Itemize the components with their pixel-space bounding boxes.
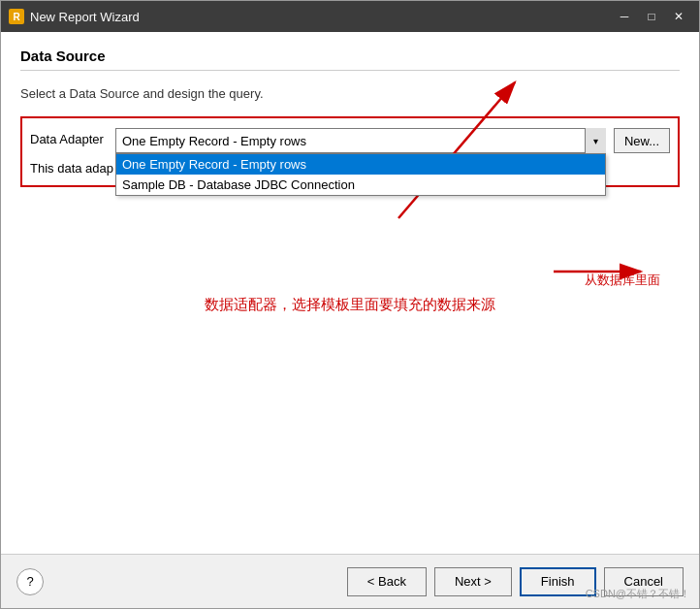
annotation-text: 数据适配器，选择模板里面要填充的数据来源 xyxy=(205,296,495,314)
svg-line-1 xyxy=(398,82,515,218)
watermark: CSDN@不错？不错！ xyxy=(586,587,690,601)
dropdown-item-sampledb[interactable]: Sample DB - Database JDBC Connection xyxy=(116,175,605,195)
db-label: 从数据库里面 xyxy=(585,272,660,289)
window-controls: ─ □ ✕ xyxy=(612,7,691,26)
adapter-dropdown[interactable]: One Empty Record - Empty rows Sample DB … xyxy=(115,153,606,196)
title-bar: R New Report Wizard ─ □ ✕ xyxy=(1,1,699,32)
maximize-button[interactable]: □ xyxy=(639,7,664,26)
wizard-window: R New Report Wizard ─ □ ✕ Data Source Se… xyxy=(0,0,700,609)
minimize-button[interactable]: ─ xyxy=(612,7,637,26)
close-button[interactable]: ✕ xyxy=(666,7,691,26)
next-button[interactable]: Next > xyxy=(434,567,512,596)
section-title: Data Source xyxy=(20,48,680,64)
dropdown-item-empty[interactable]: One Empty Record - Empty rows xyxy=(116,154,605,175)
adapter-row: Data Adapter One Empty Record - Empty ro… xyxy=(30,128,670,153)
section-subtitle: Select a Data Source and design the quer… xyxy=(20,86,680,101)
separator xyxy=(20,70,680,71)
back-button[interactable]: < Back xyxy=(347,567,427,596)
arrow-up-right-svg xyxy=(369,63,544,228)
annotation-area: 从数据库里面 数据适配器，选择模板里面要填充的数据来源 xyxy=(20,218,680,373)
adapter-label: Data Adapter xyxy=(30,128,108,146)
form-area: Data Adapter One Empty Record - Empty ro… xyxy=(20,116,680,187)
app-icon: R xyxy=(9,9,24,24)
new-button[interactable]: New... xyxy=(614,128,670,153)
help-button[interactable]: ? xyxy=(16,568,44,595)
window-title: New Report Wizard xyxy=(30,10,606,24)
main-content: Data Source Select a Data Source and des… xyxy=(1,32,699,554)
